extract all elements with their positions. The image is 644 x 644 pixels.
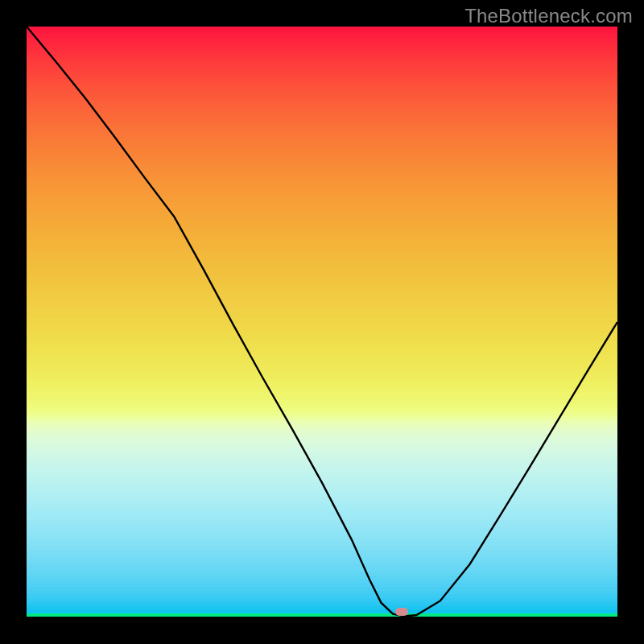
watermark-text: TheBottleneck.com (464, 5, 633, 27)
bottleneck-curve (27, 27, 617, 617)
plot-area (27, 27, 617, 617)
optimal-point-marker (395, 608, 408, 616)
chart-frame: TheBottleneck.com (0, 0, 644, 644)
